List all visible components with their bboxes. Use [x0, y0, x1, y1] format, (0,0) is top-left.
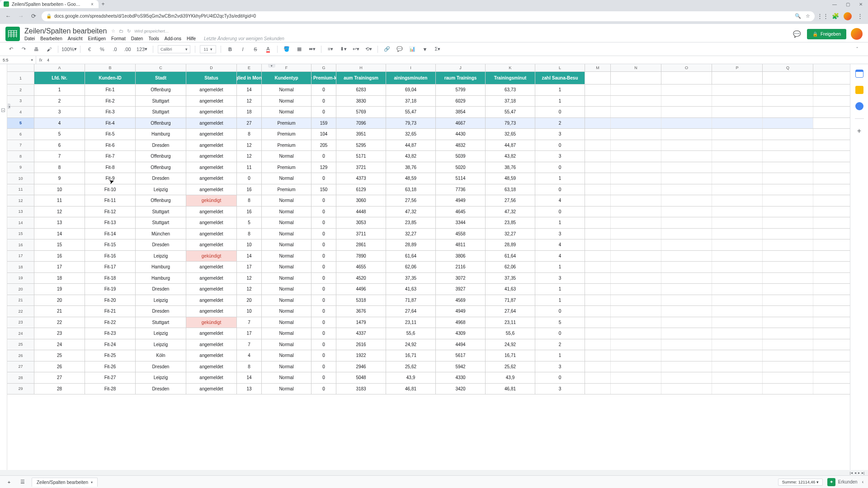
- cell[interactable]: 55,47: [386, 107, 436, 117]
- cell[interactable]: [763, 118, 813, 129]
- cell[interactable]: Normal: [262, 107, 311, 117]
- cell[interactable]: 48,59: [486, 173, 535, 184]
- row-header[interactable]: 1: [7, 72, 34, 84]
- cell[interactable]: Fit-14: [85, 229, 136, 239]
- cell[interactable]: 79,73: [486, 118, 535, 129]
- cell[interactable]: angemeldet: [186, 372, 237, 383]
- cell[interactable]: [763, 184, 813, 195]
- cell[interactable]: 17: [237, 328, 262, 339]
- cell[interactable]: [661, 350, 712, 361]
- add-sheet-button[interactable]: +: [5, 478, 14, 487]
- cell[interactable]: angemeldet: [186, 306, 237, 317]
- close-tab-icon[interactable]: ×: [90, 1, 95, 7]
- cell[interactable]: 3420: [436, 384, 486, 394]
- cell[interactable]: Premium: [262, 118, 311, 129]
- cell[interactable]: 5942: [436, 361, 486, 372]
- cell[interactable]: 12: [237, 284, 262, 295]
- cell[interactable]: Fit-7: [85, 151, 136, 162]
- cell[interactable]: [661, 229, 712, 239]
- cell[interactable]: Fit-18: [85, 273, 136, 284]
- cell[interactable]: 4494: [436, 339, 486, 350]
- cell[interactable]: [661, 184, 712, 195]
- menu-ansicht[interactable]: Ansicht: [68, 36, 83, 41]
- col-header-D[interactable]: D: [186, 64, 237, 71]
- cell[interactable]: Fit-27: [85, 372, 136, 383]
- cell[interactable]: [763, 96, 813, 107]
- currency-icon[interactable]: €: [85, 45, 94, 54]
- valign-icon[interactable]: ⬍▾: [339, 45, 348, 54]
- cell[interactable]: 38,76: [386, 162, 436, 173]
- cell[interactable]: Premium: [262, 140, 311, 151]
- cell[interactable]: [712, 273, 763, 284]
- table-header-cell[interactable]: ainingsminuten: [386, 72, 436, 84]
- maximize-icon[interactable]: ▢: [846, 2, 850, 7]
- cell[interactable]: [712, 118, 763, 129]
- row-header[interactable]: 23: [7, 317, 34, 328]
- cell[interactable]: 71,87: [386, 295, 436, 306]
- cell[interactable]: [661, 295, 712, 306]
- cell[interactable]: Fit-12: [85, 206, 136, 217]
- cell[interactable]: angemeldet: [186, 339, 237, 350]
- cell[interactable]: [611, 118, 661, 129]
- cell[interactable]: [611, 361, 661, 372]
- cell[interactable]: 10: [237, 306, 262, 317]
- browser-tab[interactable]: Zeilen/Spalten bearbeiten - Goo… ×: [0, 0, 99, 8]
- cell[interactable]: angemeldet: [186, 217, 237, 228]
- cell[interactable]: 79,73: [386, 118, 436, 129]
- row-header[interactable]: 9: [7, 162, 34, 173]
- cell[interactable]: [661, 118, 712, 129]
- cell[interactable]: 37,35: [386, 273, 436, 284]
- cell[interactable]: Fit-23: [85, 328, 136, 339]
- cell[interactable]: Leipzig: [136, 372, 186, 383]
- cell[interactable]: [585, 173, 611, 184]
- scroll-right-icon[interactable]: ▸: [858, 471, 860, 475]
- cell[interactable]: 8: [237, 361, 262, 372]
- cell[interactable]: 4330: [436, 372, 486, 383]
- scroll-left-icon[interactable]: ◂: [854, 471, 856, 475]
- cell[interactable]: 1: [535, 295, 585, 306]
- cell[interactable]: Dresden: [136, 384, 186, 394]
- cell[interactable]: 1: [535, 284, 585, 295]
- cell[interactable]: [585, 384, 611, 394]
- cell[interactable]: gekündigt: [186, 251, 237, 262]
- cell[interactable]: 5295: [336, 140, 386, 151]
- cell[interactable]: 3: [535, 129, 585, 140]
- cell[interactable]: 1: [34, 84, 85, 95]
- cell[interactable]: angemeldet: [186, 229, 237, 239]
- cell[interactable]: 8: [34, 162, 85, 173]
- cell[interactable]: 20: [34, 295, 85, 306]
- cell[interactable]: Premium: [262, 162, 311, 173]
- cell[interactable]: [763, 328, 813, 339]
- cell[interactable]: 20: [237, 295, 262, 306]
- cell[interactable]: 129: [311, 162, 336, 173]
- font-size-select[interactable]: 11▾: [200, 45, 216, 53]
- cell[interactable]: Fit-28: [85, 384, 136, 394]
- browser-menu-icon[interactable]: ⋮: [855, 12, 864, 21]
- cell[interactable]: angemeldet: [186, 162, 237, 173]
- cell[interactable]: [763, 384, 813, 394]
- cell[interactable]: Offenburg: [136, 162, 186, 173]
- cell[interactable]: 4: [535, 195, 585, 206]
- table-header-cell[interactable]: Trainingsminut: [486, 72, 535, 84]
- cell[interactable]: 2616: [336, 339, 386, 350]
- group-collapse-icon[interactable]: −: [1, 108, 5, 112]
- zoom-icon[interactable]: 🔍: [795, 13, 801, 19]
- cell[interactable]: 159: [311, 118, 336, 129]
- col-header-C[interactable]: C: [136, 64, 186, 71]
- redo-icon[interactable]: ↷: [19, 45, 28, 54]
- row-header[interactable]: 26: [7, 350, 34, 361]
- cell[interactable]: 3: [535, 273, 585, 284]
- cell[interactable]: 24,92: [486, 339, 535, 350]
- cell[interactable]: 4832: [436, 140, 486, 151]
- cell[interactable]: 205: [311, 140, 336, 151]
- cell[interactable]: Hamburg: [136, 273, 186, 284]
- cell[interactable]: 9: [34, 173, 85, 184]
- cell[interactable]: 61,64: [386, 251, 436, 262]
- cell[interactable]: 0: [535, 184, 585, 195]
- cell[interactable]: 27,56: [486, 195, 535, 206]
- cell[interactable]: Normal: [262, 384, 311, 394]
- cell[interactable]: [763, 129, 813, 140]
- cell[interactable]: 6029: [436, 96, 486, 107]
- cell[interactable]: 63,18: [486, 184, 535, 195]
- cell[interactable]: 19: [34, 284, 85, 295]
